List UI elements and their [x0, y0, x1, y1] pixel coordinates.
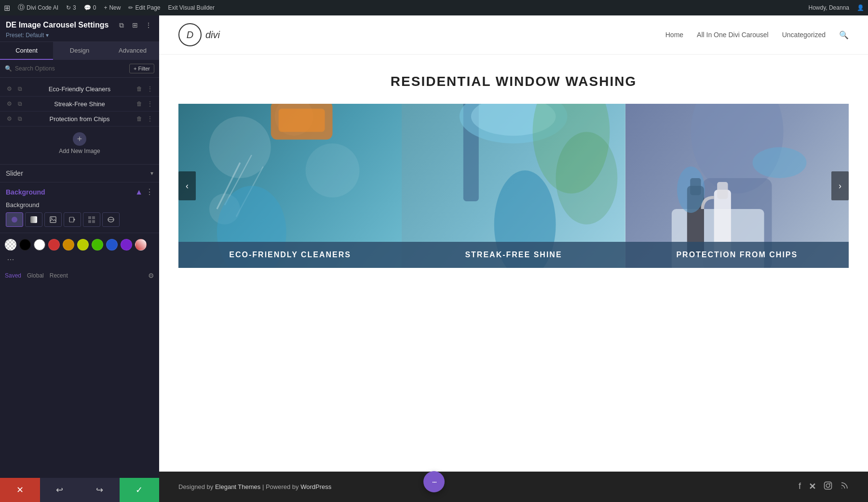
item-label: Streak-Free Shine: [27, 100, 132, 108]
black-swatch[interactable]: [19, 239, 31, 251]
carousel-item: ECO-FRIENDLY CLEANERS: [178, 104, 402, 268]
wordpress-link[interactable]: WordPress: [300, 483, 331, 490]
duplicate-icon[interactable]: ⧉: [15, 99, 24, 108]
svg-point-42: [826, 484, 830, 488]
add-new-image-button[interactable]: + Add New Image: [0, 126, 159, 160]
logo-icon: D: [178, 23, 202, 46]
list-item[interactable]: ⚙ ⧉ Protection from Chips 🗑 ⋮: [0, 112, 159, 126]
white-swatch[interactable]: [34, 239, 45, 251]
preset-selector[interactable]: Preset: Default ▾: [6, 32, 153, 39]
svg-rect-1: [30, 216, 37, 223]
delete-icon[interactable]: 🗑: [135, 84, 144, 93]
settings-icon[interactable]: ⚙: [5, 114, 14, 123]
fab-button[interactable]: ···: [423, 471, 445, 492]
tab-design[interactable]: Design: [53, 42, 106, 60]
delete-icon[interactable]: 🗑: [135, 99, 144, 108]
duplicate-icon[interactable]: ⧉: [15, 114, 24, 123]
svg-rect-9: [92, 220, 95, 223]
twitter-icon[interactable]: ✕: [809, 481, 816, 492]
carousel-caption-1: ECO-FRIENDLY CLEANERS: [178, 242, 402, 268]
filter-button[interactable]: + Filter: [129, 64, 154, 73]
settings-icon[interactable]: ⚙: [5, 99, 14, 108]
delete-icon[interactable]: 🗑: [135, 114, 144, 123]
rss-icon[interactable]: [840, 481, 849, 492]
sidebar-bottom-actions: ✕ ↩ ↪ ✓: [0, 478, 159, 502]
global-tab[interactable]: Global: [27, 272, 44, 279]
instagram-icon[interactable]: [824, 481, 832, 492]
carousel-caption-3: PROTECTION FROM CHIPS: [625, 242, 849, 268]
divi-code-ai[interactable]: Ⓓ Divi Code AI: [18, 3, 58, 12]
bg-image-button[interactable]: [44, 212, 62, 227]
copy-icon[interactable]: ⧉: [117, 20, 126, 30]
recent-tab[interactable]: Recent: [50, 272, 68, 279]
updates-count[interactable]: ↻ 3: [66, 4, 76, 11]
bg-pattern-button[interactable]: [83, 212, 100, 227]
more-icon[interactable]: ⋮: [146, 114, 154, 123]
color-settings-icon[interactable]: ⚙: [148, 272, 154, 279]
background-label: Background: [0, 201, 159, 212]
wp-logo[interactable]: ⊞: [4, 3, 10, 13]
gradient-swatch[interactable]: [135, 239, 147, 251]
settings-icon[interactable]: ⚙: [5, 84, 14, 93]
howdy-text: Howdy, Deanna: [809, 4, 850, 11]
red-swatch[interactable]: [48, 239, 60, 251]
carousel-prev-button[interactable]: ‹: [178, 171, 196, 200]
search-input[interactable]: [15, 65, 126, 72]
svg-rect-41: [825, 482, 832, 489]
list-item[interactable]: ⚙ ⧉ Streak-Free Shine 🗑 ⋮: [0, 97, 159, 112]
user-avatar[interactable]: 👤: [857, 4, 864, 11]
duplicate-icon[interactable]: ⧉: [15, 84, 24, 93]
new-button[interactable]: + New: [104, 4, 121, 11]
tab-advanced[interactable]: Advanced: [106, 42, 159, 60]
svg-rect-38: [717, 182, 728, 199]
save-button[interactable]: ✓: [120, 478, 160, 502]
collapse-icon[interactable]: ▲: [135, 188, 143, 196]
more-icon[interactable]: ⋮: [144, 20, 153, 30]
bg-color-button[interactable]: [6, 212, 23, 227]
nav-uncategorized[interactable]: Uncategorized: [782, 31, 826, 39]
slider-section-header[interactable]: Slider ▾: [0, 165, 159, 182]
edit-page-link[interactable]: ✏ Edit Page: [128, 4, 160, 11]
carousel-next-button[interactable]: ›: [831, 171, 849, 200]
logo-text: divi: [205, 29, 220, 41]
more-options-icon[interactable]: ⋮: [146, 187, 153, 196]
yellow-swatch[interactable]: [77, 239, 89, 251]
carousel-item: STREAK-FREE SHINE: [402, 104, 625, 268]
sidebar-header: DE Image Carousel Settings ⧉ ⊞ ⋮ Preset:…: [0, 15, 159, 42]
more-icon[interactable]: ⋮: [146, 84, 154, 93]
transparent-swatch[interactable]: [5, 239, 16, 251]
cancel-button[interactable]: ✕: [0, 478, 40, 502]
facebook-icon[interactable]: f: [799, 481, 801, 492]
color-swatches: ···: [0, 233, 159, 268]
footer-text: Designed by Elegant Themes | Powered by …: [178, 483, 331, 490]
elegant-themes-link[interactable]: Elegant Themes: [215, 483, 260, 490]
color-tabs: Saved Global Recent ⚙: [0, 268, 159, 281]
search-icon[interactable]: 🔍: [839, 30, 849, 40]
blue-swatch[interactable]: [106, 239, 118, 251]
carousel-caption-2: STREAK-FREE SHINE: [402, 242, 625, 268]
undo-button[interactable]: ↩: [40, 478, 80, 502]
comments-count[interactable]: 💬 0: [84, 4, 96, 11]
redo-button[interactable]: ↪: [80, 478, 120, 502]
more-swatches[interactable]: ···: [5, 253, 16, 265]
layout-icon[interactable]: ⊞: [130, 20, 140, 30]
purple-swatch[interactable]: [121, 239, 132, 251]
nav-carousel[interactable]: All In One Divi Carousel: [697, 31, 769, 39]
carousel-item: PROTECTION FROM CHIPS: [625, 104, 849, 268]
svg-rect-7: [92, 216, 95, 219]
bg-video-button[interactable]: [64, 212, 81, 227]
bg-gradient-button[interactable]: [25, 212, 42, 227]
exit-builder-link[interactable]: Exit Visual Builder: [168, 4, 215, 11]
saved-tab[interactable]: Saved: [5, 272, 21, 279]
bg-mask-button[interactable]: [102, 212, 120, 227]
svg-rect-18: [279, 109, 325, 132]
tab-content[interactable]: Content: [0, 42, 53, 60]
carousel-title: RESIDENTIAL WINDOW WASHING: [178, 74, 849, 89]
carousel-wrapper: ‹: [178, 104, 849, 268]
svg-rect-4: [69, 217, 74, 222]
orange-swatch[interactable]: [63, 239, 74, 251]
list-item[interactable]: ⚙ ⧉ Eco-Friendly Cleaners 🗑 ⋮: [0, 82, 159, 97]
nav-home[interactable]: Home: [665, 31, 683, 39]
green-swatch[interactable]: [92, 239, 103, 251]
more-icon[interactable]: ⋮: [146, 99, 154, 108]
